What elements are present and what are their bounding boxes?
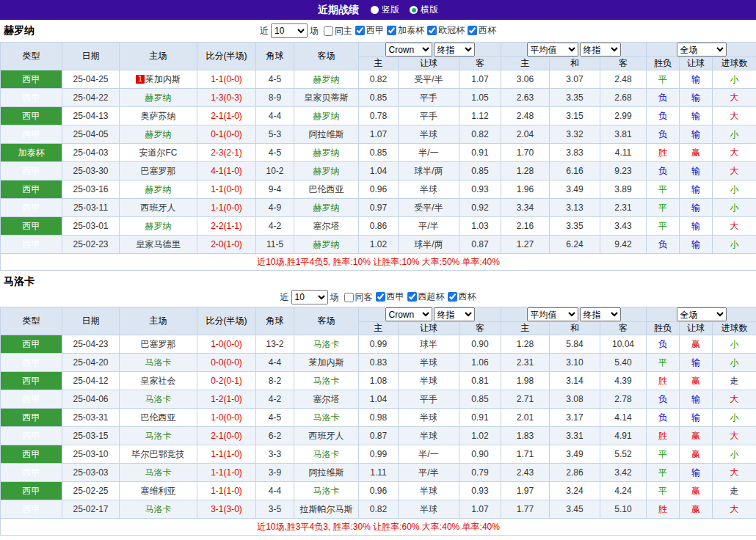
away-team[interactable]: 马洛卡 xyxy=(294,372,359,390)
radio-horizontal-layout[interactable]: 横版 xyxy=(410,4,438,16)
home-team[interactable]: 马洛卡 xyxy=(120,390,197,409)
away-team[interactable]: 西班牙人 xyxy=(294,427,359,445)
league-filter[interactable]: 西甲 xyxy=(376,291,404,303)
eu-stage-select[interactable]: 终指 xyxy=(580,43,621,56)
league-filter[interactable]: 欧冠杯 xyxy=(427,24,465,37)
eu-away-odds: 3.42 xyxy=(600,464,647,482)
scope-select[interactable]: 全场 xyxy=(677,43,727,56)
league-checkbox[interactable] xyxy=(355,26,365,35)
home-team[interactable]: 赫罗纳 xyxy=(120,89,197,107)
eu-stage-select[interactable]: 终指 xyxy=(580,307,621,321)
home-team[interactable]: 巴塞罗那 xyxy=(120,162,197,180)
match-date: 25-03-30 xyxy=(62,162,120,180)
league-filter[interactable]: 西甲 xyxy=(355,24,384,37)
home-team[interactable]: 塞维利亚 xyxy=(120,482,197,500)
score-halftime: 1-1(0-0) xyxy=(197,199,256,217)
score-halftime: 1-3(0-3) xyxy=(197,89,256,107)
ah-stage-select[interactable]: 终指 xyxy=(434,307,475,321)
league-filter[interactable]: 加泰杯 xyxy=(387,24,424,37)
away-team[interactable]: 莱加内斯 xyxy=(294,354,359,372)
ah-line: 半球 xyxy=(399,500,459,519)
result-outcome: 胜 xyxy=(647,427,680,445)
col-ah-away: 客 xyxy=(459,57,501,70)
eu-away-odds: 9.23 xyxy=(600,162,647,180)
league-checkbox[interactable] xyxy=(376,292,385,302)
table-header-row: 类型 日期 主场 比分(半场) 角球 客场 Crown终指 平均值终指 全场 xyxy=(1,307,756,322)
league-filter[interactable]: 西超杯 xyxy=(407,291,445,303)
away-team[interactable]: 赫罗纳 xyxy=(294,162,359,180)
recent-count-select[interactable]: 10 xyxy=(291,290,328,304)
home-team[interactable]: 安道尔FC xyxy=(120,144,197,162)
away-team[interactable]: 塞尔塔 xyxy=(294,390,359,409)
league-filter[interactable]: 西杯 xyxy=(448,291,476,303)
home-team[interactable]: 西班牙人 xyxy=(120,199,197,217)
ah-home-odds: 0.98 xyxy=(359,409,399,427)
eu-home-odds: 1.83 xyxy=(501,427,550,445)
summary-row: 近10场,胜1平4负5, 胜率:10% 让胜率:10% 大率:50% 单率:40… xyxy=(1,254,756,271)
bookmaker-select[interactable]: Crown xyxy=(385,307,432,321)
radio-vertical-layout[interactable]: 竖版 xyxy=(371,4,399,16)
league-checkbox[interactable] xyxy=(468,26,477,35)
filter-bar: 近 10 场 同主 西甲加泰杯欧冠杯西杯 xyxy=(260,23,496,38)
away-team[interactable]: 阿拉维斯 xyxy=(294,125,359,144)
col-ah-result: 让球 xyxy=(680,57,713,70)
same-venue-filter[interactable]: 同客 xyxy=(344,291,373,304)
away-team[interactable]: 赫罗纳 xyxy=(294,199,359,217)
same-venue-filter[interactable]: 同主 xyxy=(324,25,352,37)
league-checkbox[interactable] xyxy=(427,26,437,35)
home-team[interactable]: 赫罗纳 xyxy=(120,180,197,199)
home-team[interactable]: 马洛卡 xyxy=(120,500,197,519)
goals-outcome: 大 xyxy=(713,107,756,125)
ah-line: 球半 xyxy=(399,335,459,354)
home-team[interactable]: 马洛卡 xyxy=(120,464,197,482)
away-team[interactable]: 塞尔塔 xyxy=(294,217,359,236)
home-team[interactable]: 皇家马德里 xyxy=(120,236,197,254)
corner-count: 4-5 xyxy=(256,144,294,162)
away-team[interactable]: 马洛卡 xyxy=(294,335,359,354)
league-checkbox[interactable] xyxy=(448,292,457,302)
away-team[interactable]: 皇家贝蒂斯 xyxy=(294,89,359,107)
col-ah-line: 让球 xyxy=(399,57,459,70)
away-team[interactable]: 赫罗纳 xyxy=(294,144,359,162)
away-team[interactable]: 拉斯帕尔马斯 xyxy=(294,500,359,519)
away-team[interactable]: 巴伦西亚 xyxy=(294,180,359,199)
same-venue-checkbox[interactable] xyxy=(344,293,354,302)
home-team[interactable]: 1莱加内斯 xyxy=(120,70,197,89)
corner-count: 8-2 xyxy=(256,372,294,390)
eu-home-odds: 3.06 xyxy=(501,70,550,89)
ah-line: 受平/半 xyxy=(399,70,459,89)
result-outcome: 平 xyxy=(647,199,680,217)
home-team[interactable]: 巴伦西亚 xyxy=(120,409,197,427)
away-team[interactable]: 马洛卡 xyxy=(294,482,359,500)
away-team[interactable]: 阿拉维斯 xyxy=(294,464,359,482)
goals-outcome: 小 xyxy=(713,335,756,354)
home-team[interactable]: 奥萨苏纳 xyxy=(120,107,197,125)
league-checkbox[interactable] xyxy=(407,292,417,302)
away-team[interactable]: 马洛卡 xyxy=(294,409,359,427)
away-team[interactable]: 马洛卡 xyxy=(294,445,359,464)
home-team[interactable]: 赫罗纳 xyxy=(120,217,197,236)
home-team[interactable]: 马洛卡 xyxy=(120,354,197,372)
away-team[interactable]: 赫罗纳 xyxy=(294,107,359,125)
home-team[interactable]: 巴塞罗那 xyxy=(120,335,197,354)
league-label: 西甲 xyxy=(387,291,404,303)
eu-source-select[interactable]: 平均值 xyxy=(527,43,578,56)
eu-source-select[interactable]: 平均值 xyxy=(527,307,578,321)
league-filter[interactable]: 西杯 xyxy=(468,24,496,37)
col-eu-draw: 和 xyxy=(550,57,600,70)
home-team[interactable]: 马洛卡 xyxy=(120,427,197,445)
bookmaker-select[interactable]: Crown xyxy=(385,43,432,56)
same-venue-checkbox[interactable] xyxy=(324,26,333,36)
away-team[interactable]: 赫罗纳 xyxy=(294,236,359,254)
league-checkbox[interactable] xyxy=(387,26,396,35)
radio-horizontal-label: 横版 xyxy=(421,4,438,16)
home-team[interactable]: 毕尔巴鄂竞技 xyxy=(120,445,197,464)
recent-count-select[interactable]: 10 xyxy=(271,23,308,38)
competition-type: 西甲 xyxy=(1,162,62,180)
ah-stage-select[interactable]: 终指 xyxy=(434,43,475,56)
home-team[interactable]: 皇家社会 xyxy=(120,372,197,390)
scope-select[interactable]: 全场 xyxy=(677,307,727,321)
home-team[interactable]: 赫罗纳 xyxy=(120,125,197,144)
away-team[interactable]: 赫罗纳 xyxy=(294,70,359,89)
corner-count: 4-5 xyxy=(256,70,294,89)
